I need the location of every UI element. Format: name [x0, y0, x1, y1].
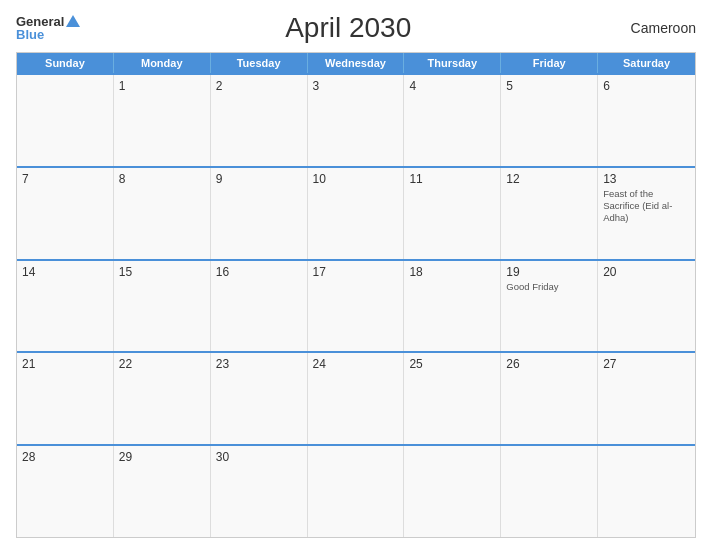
calendar: SundayMondayTuesdayWednesdayThursdayFrid… [16, 52, 696, 538]
logo: General Blue [16, 15, 80, 41]
day-number: 6 [603, 79, 690, 93]
day-header-friday: Friday [501, 53, 598, 73]
day-cell: 2 [211, 75, 308, 166]
day-headers: SundayMondayTuesdayWednesdayThursdayFrid… [17, 53, 695, 73]
day-number: 7 [22, 172, 108, 186]
day-cell: 21 [17, 353, 114, 444]
logo-triangle-icon [66, 15, 80, 27]
week-row-1: 78910111213Feast of the Sacrifice (Eid a… [17, 166, 695, 259]
day-cell: 16 [211, 261, 308, 352]
day-cell [598, 446, 695, 537]
day-cell: 23 [211, 353, 308, 444]
day-cell: 7 [17, 168, 114, 259]
day-cell: 11 [404, 168, 501, 259]
day-cell: 29 [114, 446, 211, 537]
day-cell: 19Good Friday [501, 261, 598, 352]
day-number: 27 [603, 357, 690, 371]
day-number: 21 [22, 357, 108, 371]
day-cell [404, 446, 501, 537]
day-header-saturday: Saturday [598, 53, 695, 73]
day-cell: 15 [114, 261, 211, 352]
day-number: 22 [119, 357, 205, 371]
day-cell: 1 [114, 75, 211, 166]
country-name: Cameroon [616, 20, 696, 36]
day-header-sunday: Sunday [17, 53, 114, 73]
day-cell: 6 [598, 75, 695, 166]
day-number: 20 [603, 265, 690, 279]
week-row-4: 282930 [17, 444, 695, 537]
day-number: 30 [216, 450, 302, 464]
holiday-label: Good Friday [506, 281, 592, 293]
day-cell: 26 [501, 353, 598, 444]
week-row-0: 123456 [17, 73, 695, 166]
day-number: 29 [119, 450, 205, 464]
day-number: 8 [119, 172, 205, 186]
header: General Blue April 2030 Cameroon [16, 12, 696, 44]
day-header-tuesday: Tuesday [211, 53, 308, 73]
day-cell [17, 75, 114, 166]
day-cell: 10 [308, 168, 405, 259]
day-cell: 17 [308, 261, 405, 352]
day-header-monday: Monday [114, 53, 211, 73]
day-cell: 4 [404, 75, 501, 166]
logo-text: General Blue [16, 15, 80, 41]
week-row-3: 21222324252627 [17, 351, 695, 444]
day-number: 23 [216, 357, 302, 371]
day-number: 17 [313, 265, 399, 279]
day-number: 10 [313, 172, 399, 186]
day-number: 24 [313, 357, 399, 371]
day-cell: 8 [114, 168, 211, 259]
day-cell [308, 446, 405, 537]
week-row-2: 141516171819Good Friday20 [17, 259, 695, 352]
day-number: 14 [22, 265, 108, 279]
day-cell: 25 [404, 353, 501, 444]
day-number: 12 [506, 172, 592, 186]
day-number: 4 [409, 79, 495, 93]
day-cell: 13Feast of the Sacrifice (Eid al-Adha) [598, 168, 695, 259]
day-cell: 9 [211, 168, 308, 259]
day-cell: 28 [17, 446, 114, 537]
day-number: 13 [603, 172, 690, 186]
day-header-wednesday: Wednesday [308, 53, 405, 73]
day-number: 5 [506, 79, 592, 93]
day-cell [501, 446, 598, 537]
day-number: 15 [119, 265, 205, 279]
day-number: 19 [506, 265, 592, 279]
day-number: 1 [119, 79, 205, 93]
day-cell: 27 [598, 353, 695, 444]
day-number: 25 [409, 357, 495, 371]
day-cell: 14 [17, 261, 114, 352]
day-cell: 5 [501, 75, 598, 166]
day-number: 28 [22, 450, 108, 464]
holiday-label: Feast of the Sacrifice (Eid al-Adha) [603, 188, 690, 225]
day-number: 9 [216, 172, 302, 186]
day-number: 18 [409, 265, 495, 279]
day-number: 26 [506, 357, 592, 371]
day-cell: 24 [308, 353, 405, 444]
week-rows: 12345678910111213Feast of the Sacrifice … [17, 73, 695, 537]
day-cell: 20 [598, 261, 695, 352]
day-cell: 3 [308, 75, 405, 166]
logo-blue: Blue [16, 28, 80, 41]
day-number: 11 [409, 172, 495, 186]
day-number: 2 [216, 79, 302, 93]
calendar-title: April 2030 [285, 12, 411, 44]
day-cell: 30 [211, 446, 308, 537]
day-number: 3 [313, 79, 399, 93]
page: General Blue April 2030 Cameroon SundayM… [0, 0, 712, 550]
day-cell: 18 [404, 261, 501, 352]
day-cell: 22 [114, 353, 211, 444]
day-cell: 12 [501, 168, 598, 259]
day-header-thursday: Thursday [404, 53, 501, 73]
day-number: 16 [216, 265, 302, 279]
